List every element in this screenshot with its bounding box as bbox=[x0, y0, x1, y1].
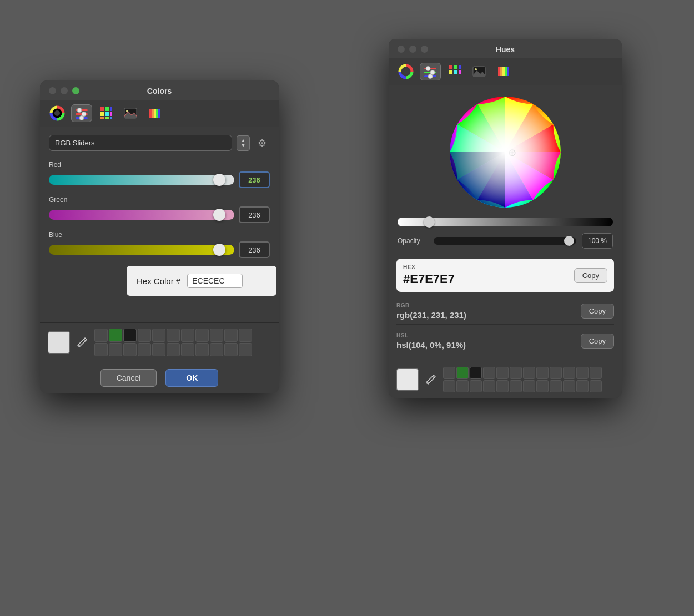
hues-swatch-cell[interactable] bbox=[483, 367, 495, 379]
hues-swatch-cell[interactable] bbox=[590, 367, 602, 379]
hues-swatch-cell[interactable] bbox=[576, 367, 589, 379]
swatch-cell[interactable] bbox=[167, 329, 180, 342]
hues-swatch-cell[interactable] bbox=[456, 367, 469, 379]
brightness-slider[interactable] bbox=[398, 218, 613, 226]
hues-swatch-cell[interactable] bbox=[496, 367, 509, 379]
hues-swatch-cell[interactable] bbox=[523, 380, 535, 392]
swatch-cell[interactable] bbox=[195, 343, 209, 356]
hues-swatch-cell[interactable] bbox=[536, 367, 549, 379]
green-label: Green bbox=[49, 196, 270, 204]
swatch-cell[interactable] bbox=[224, 343, 238, 356]
traffic-light-yellow[interactable] bbox=[61, 87, 68, 94]
svg-point-6 bbox=[77, 108, 82, 113]
blue-value[interactable]: 236 bbox=[239, 241, 270, 258]
green-thumb[interactable] bbox=[213, 209, 225, 221]
hues-swatch-cell[interactable] bbox=[456, 380, 469, 392]
opacity-value[interactable]: 100 % bbox=[582, 233, 613, 249]
hues-traffic-light-yellow[interactable] bbox=[409, 46, 416, 53]
hsl-copy-button[interactable]: Copy bbox=[581, 334, 614, 349]
mode-dropdown[interactable]: RGB SlidersCMYK SlidersHSB SlidersGray S… bbox=[49, 135, 232, 151]
image-icon bbox=[123, 105, 138, 121]
traffic-light-red[interactable] bbox=[49, 87, 56, 94]
hues-wheel-tab[interactable] bbox=[395, 63, 416, 80]
opacity-track[interactable] bbox=[434, 237, 576, 245]
grid-tab[interactable] bbox=[95, 104, 117, 122]
swatch-cell[interactable] bbox=[224, 329, 238, 342]
hues-image-tab[interactable] bbox=[469, 63, 490, 80]
red-thumb[interactable] bbox=[213, 174, 225, 186]
current-swatch[interactable] bbox=[48, 331, 70, 354]
hues-swatch-cell[interactable] bbox=[523, 367, 535, 379]
green-track[interactable] bbox=[49, 210, 234, 220]
hues-swatch-cell[interactable] bbox=[536, 380, 549, 392]
swatch-cell[interactable] bbox=[94, 329, 108, 342]
blue-track[interactable] bbox=[49, 245, 234, 255]
sliders-tab[interactable] bbox=[71, 104, 92, 122]
hues-swatch-cell[interactable] bbox=[563, 367, 575, 379]
opacity-thumb[interactable] bbox=[564, 236, 574, 246]
ok-button[interactable]: OK bbox=[165, 369, 218, 387]
swatch-cell[interactable] bbox=[195, 329, 209, 342]
brightness-thumb[interactable] bbox=[424, 216, 435, 228]
gear-button[interactable]: ⚙ bbox=[254, 135, 270, 151]
pencil-tab[interactable] bbox=[144, 104, 165, 122]
color-wheel-tab[interactable] bbox=[47, 104, 68, 122]
swatch-cell[interactable] bbox=[152, 329, 165, 342]
hues-swatch-cell[interactable] bbox=[483, 380, 495, 392]
hues-swatch-cell[interactable] bbox=[550, 367, 562, 379]
traffic-light-green[interactable] bbox=[72, 87, 79, 94]
svg-rect-22 bbox=[149, 109, 152, 118]
rgb-copy-button[interactable]: Copy bbox=[581, 304, 614, 319]
hues-eyedropper-button[interactable] bbox=[423, 372, 439, 387]
swatch-cell[interactable] bbox=[181, 343, 194, 356]
swatch-cell[interactable] bbox=[210, 343, 223, 356]
hues-traffic-light-red[interactable] bbox=[398, 46, 405, 53]
swatch-cell[interactable] bbox=[109, 343, 122, 356]
swatch-cell[interactable] bbox=[138, 329, 151, 342]
hues-traffic-light-green[interactable] bbox=[421, 46, 428, 53]
hues-swatch-cell[interactable] bbox=[510, 367, 522, 379]
swatch-cell[interactable] bbox=[94, 343, 108, 356]
hues-swatch-cell[interactable] bbox=[470, 380, 482, 392]
swatch-cell[interactable] bbox=[167, 343, 180, 356]
color-wheel[interactable]: ⊕ bbox=[450, 97, 561, 208]
hues-swatch-cell[interactable] bbox=[496, 380, 509, 392]
swatch-cell[interactable] bbox=[239, 343, 252, 356]
swatch-cell[interactable] bbox=[152, 343, 165, 356]
hex-panel-row: HEX #E7E7E7 Copy bbox=[403, 264, 607, 286]
hues-current-swatch[interactable] bbox=[396, 368, 419, 391]
svg-rect-15 bbox=[105, 112, 109, 116]
hues-swatch-cell[interactable] bbox=[443, 367, 455, 379]
dropdown-arrows[interactable]: ▲ ▼ bbox=[237, 135, 250, 151]
swatch-cell[interactable] bbox=[123, 329, 137, 342]
image-tab[interactable] bbox=[120, 104, 141, 122]
hues-swatch-cell[interactable] bbox=[590, 380, 602, 392]
swatch-cell[interactable] bbox=[109, 329, 122, 342]
red-track[interactable] bbox=[49, 175, 234, 185]
swatch-cell[interactable] bbox=[123, 343, 137, 356]
hues-swatches-area bbox=[389, 361, 622, 398]
hex-input[interactable] bbox=[187, 274, 243, 288]
color-wheel-container: ⊕ bbox=[389, 85, 622, 213]
hues-pencil-tab[interactable] bbox=[493, 63, 514, 80]
hues-swatch-cell[interactable] bbox=[510, 380, 522, 392]
hues-swatch-cell[interactable] bbox=[470, 367, 482, 379]
hex-copy-button[interactable]: Copy bbox=[574, 268, 607, 283]
rgb-panel-row: RGB rgb(231, 231, 231) Copy bbox=[396, 302, 614, 320]
swatch-cell[interactable] bbox=[239, 329, 252, 342]
swatch-cell[interactable] bbox=[138, 343, 151, 356]
hues-grid-tab[interactable] bbox=[444, 63, 465, 80]
eyedropper-button[interactable] bbox=[74, 335, 90, 350]
blue-thumb[interactable] bbox=[213, 244, 225, 256]
svg-point-21 bbox=[126, 110, 128, 112]
cancel-button[interactable]: Cancel bbox=[100, 369, 157, 387]
hues-swatch-cell[interactable] bbox=[563, 380, 575, 392]
swatch-cell[interactable] bbox=[181, 329, 194, 342]
hues-swatch-cell[interactable] bbox=[443, 380, 455, 392]
hues-sliders-tab[interactable] bbox=[420, 63, 441, 80]
hues-swatch-cell[interactable] bbox=[550, 380, 562, 392]
red-value[interactable]: 236 bbox=[239, 171, 270, 188]
green-value[interactable]: 236 bbox=[239, 206, 270, 223]
hues-swatch-cell[interactable] bbox=[576, 380, 589, 392]
swatch-cell[interactable] bbox=[210, 329, 223, 342]
